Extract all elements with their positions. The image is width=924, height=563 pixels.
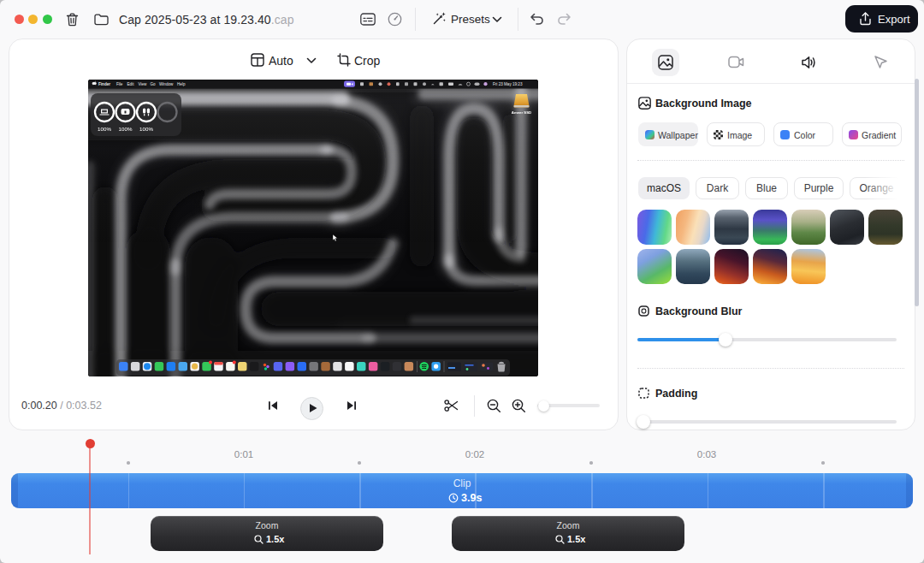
svg-text:View: View: [139, 82, 148, 86]
svg-text:Go: Go: [151, 82, 157, 86]
svg-text:100%: 100%: [139, 126, 153, 132]
svg-text:Window: Window: [159, 82, 174, 86]
svg-text:Help: Help: [177, 82, 186, 86]
svg-text:Ameer SSD: Ameer SSD: [512, 110, 531, 115]
svg-text:100%: 100%: [119, 126, 133, 132]
svg-text:Finder: Finder: [98, 82, 110, 86]
svg-text:File: File: [116, 82, 123, 86]
svg-text:Fri 23 May 19:23: Fri 23 May 19:23: [493, 82, 523, 86]
svg-text:100%: 100%: [98, 126, 111, 132]
svg-text:Edit: Edit: [127, 82, 135, 86]
